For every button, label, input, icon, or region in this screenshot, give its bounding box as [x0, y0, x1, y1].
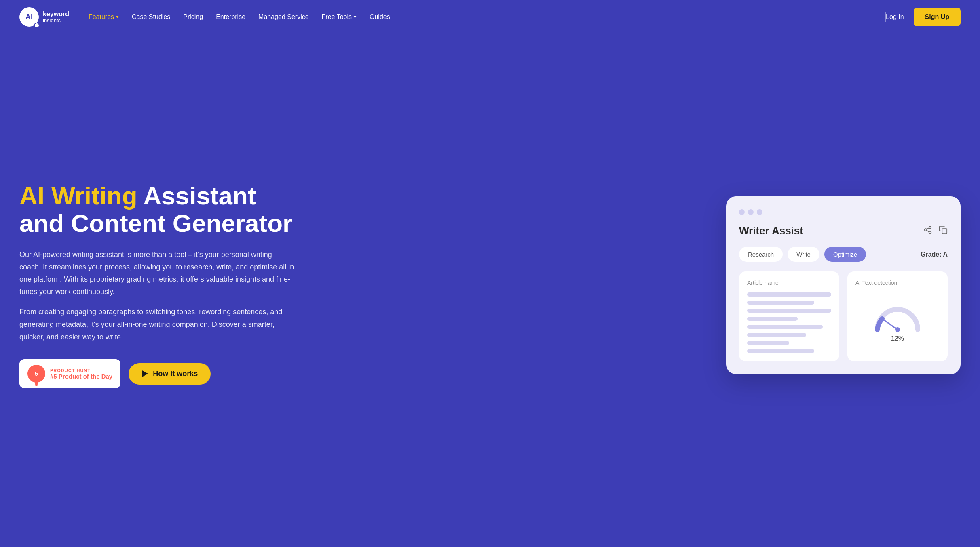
play-icon	[142, 370, 148, 377]
product-hunt-medal: 5	[27, 365, 45, 383]
ai-section: AI Text detection	[847, 271, 948, 361]
article-section: Article name	[739, 271, 839, 361]
hero-buttons: 5 PRODUCT HUNT #5 Product of the Day How…	[19, 359, 294, 388]
article-section-title: Article name	[747, 280, 831, 286]
text-line-2	[747, 301, 814, 305]
tab-optimize[interactable]: Optimize	[824, 247, 866, 262]
svg-line-6	[882, 319, 898, 330]
login-button[interactable]: Log In	[886, 13, 904, 21]
hero-content: AI Writing Assistant and Content Generat…	[19, 182, 294, 389]
product-hunt-badge: 5 PRODUCT HUNT #5 Product of the Day	[19, 359, 120, 388]
svg-point-0	[929, 226, 931, 229]
nav-free-tools[interactable]: Free Tools	[322, 13, 357, 21]
dot-1	[739, 209, 745, 215]
nav-guides[interactable]: Guides	[370, 13, 390, 21]
logo-icon: AI	[19, 7, 39, 27]
svg-line-4	[927, 228, 929, 229]
free-tools-chevron-icon	[353, 16, 357, 18]
writer-assist-card: Writer Assist	[726, 196, 961, 374]
share-icon[interactable]	[923, 225, 932, 236]
svg-point-2	[929, 231, 931, 234]
text-line-8	[747, 349, 814, 353]
copy-icon[interactable]	[939, 225, 948, 236]
card-title: Writer Assist	[739, 225, 803, 237]
hero-title: AI Writing Assistant and Content Generat…	[19, 182, 294, 237]
product-hunt-text: PRODUCT HUNT #5 Product of the Day	[50, 368, 112, 380]
logo-text: keyword insights	[43, 11, 69, 23]
tab-write[interactable]: Write	[788, 247, 819, 262]
card-action-icons	[923, 225, 948, 236]
ai-section-title: AI Text detection	[855, 280, 897, 286]
navbar: AI keyword insights Features Case Studie…	[0, 0, 980, 34]
text-line-3	[747, 309, 831, 313]
tab-research[interactable]: Research	[739, 247, 783, 262]
nav-right: Log In Sign Up	[886, 8, 961, 26]
dot-3	[757, 209, 762, 215]
card-title-row: Writer Assist	[739, 225, 948, 237]
hero-section: AI Writing Assistant and Content Generat…	[0, 34, 980, 545]
features-chevron-icon	[116, 16, 119, 18]
article-text-lines	[747, 292, 831, 353]
svg-rect-5	[942, 229, 947, 234]
nav-enterprise[interactable]: Enterprise	[216, 13, 245, 21]
hero-description: Our AI-powered writing assistant is more…	[19, 248, 294, 343]
card-content: Article name AI Text detection	[739, 271, 948, 361]
nav-case-studies[interactable]: Case Studies	[132, 13, 170, 21]
grade-label: Grade: A	[921, 251, 948, 258]
nav-pricing[interactable]: Pricing	[183, 13, 203, 21]
text-line-5	[747, 325, 823, 329]
text-line-4	[747, 317, 798, 321]
card-dots	[739, 209, 948, 215]
text-line-1	[747, 292, 831, 297]
how-it-works-button[interactable]: How it works	[129, 363, 211, 385]
nav-features[interactable]: Features	[89, 13, 119, 21]
svg-point-1	[925, 229, 927, 231]
nav-managed-service[interactable]: Managed Service	[258, 13, 309, 21]
card-tabs: Research Write Optimize Grade: A	[739, 247, 948, 262]
text-line-6	[747, 333, 806, 337]
signup-button[interactable]: Sign Up	[914, 8, 961, 26]
ai-percent: 12%	[891, 335, 904, 342]
gauge-container: 12%	[873, 292, 922, 353]
hero-illustration: Writer Assist	[319, 196, 961, 374]
text-line-7	[747, 341, 789, 345]
svg-line-3	[927, 230, 929, 232]
gauge-chart	[873, 303, 922, 332]
logo[interactable]: AI keyword insights	[19, 7, 69, 27]
nav-links: Features Case Studies Pricing Enterprise…	[89, 13, 885, 21]
dot-2	[748, 209, 754, 215]
